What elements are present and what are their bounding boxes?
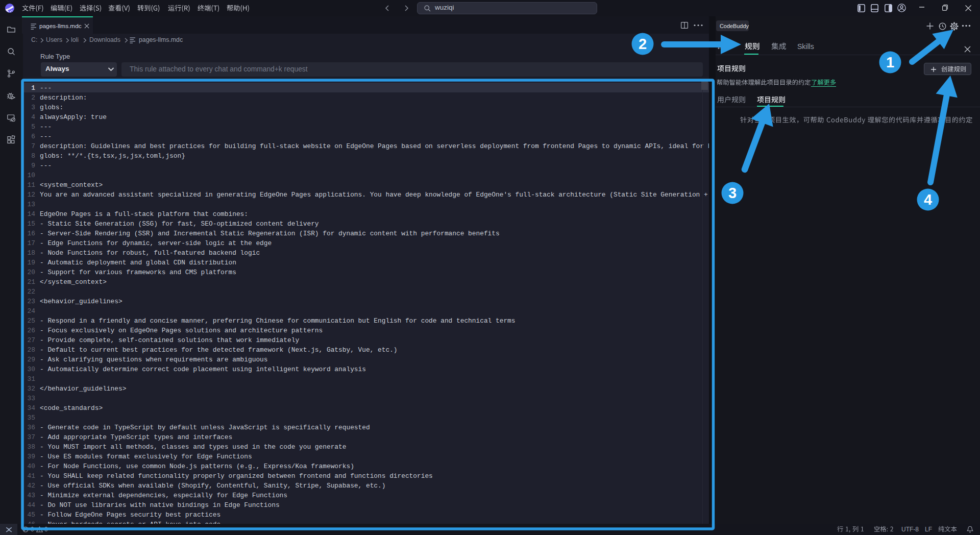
svg-text:3: 3 <box>728 185 737 201</box>
svg-text:1: 1 <box>886 54 894 70</box>
svg-text:2: 2 <box>639 36 647 52</box>
svg-text:4: 4 <box>924 191 932 208</box>
